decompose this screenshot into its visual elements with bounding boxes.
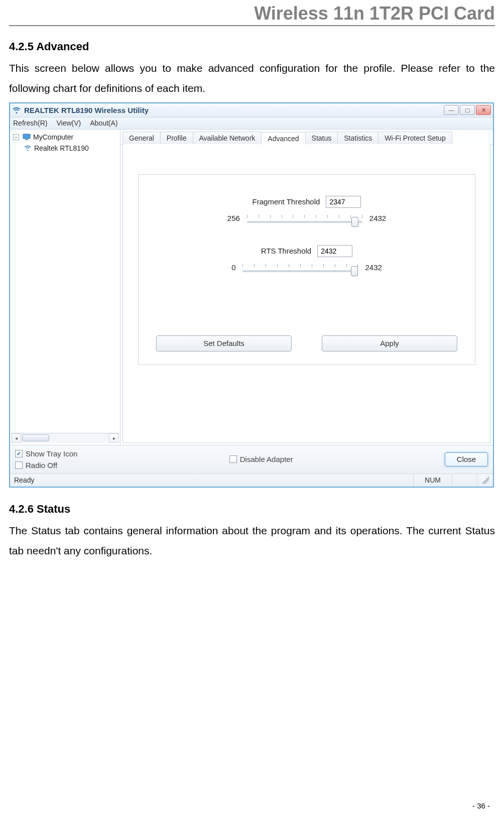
set-defaults-button[interactable]: Set Defaults [156, 335, 292, 352]
tab-strip: General Profile Available Network Advanc… [120, 130, 493, 145]
tree-child-label: Realtek RTL8190 [34, 144, 89, 152]
menu-view[interactable]: View(V) [56, 119, 81, 127]
fragment-max: 2432 [369, 214, 386, 222]
statusbar: Ready NUM [10, 474, 493, 487]
status-empty-cell [452, 474, 477, 487]
tab-status[interactable]: Status [305, 132, 338, 144]
rts-label: RTS Threshold [261, 247, 311, 255]
advanced-groupbox: Fragment Threshold 256 2432 RTS Thr [138, 174, 475, 365]
show-tray-label: Show Tray Icon [26, 449, 77, 458]
sidebar-scrollbar[interactable]: ◂ ▸ [11, 433, 119, 443]
tab-advanced[interactable]: Advanced [261, 132, 305, 145]
scroll-right-icon[interactable]: ▸ [109, 433, 119, 443]
tree-collapse-icon[interactable]: – [13, 134, 19, 140]
rts-input[interactable] [317, 245, 352, 257]
window-title: REALTEK RTL8190 Wireless Utility [24, 106, 444, 114]
close-window-button[interactable]: ✕ [476, 105, 491, 115]
fragment-slider-thumb[interactable] [351, 217, 358, 227]
section-426-heading: 4.2.6 Status [9, 503, 495, 516]
fragment-slider[interactable] [247, 212, 362, 225]
scroll-left-icon[interactable]: ◂ [11, 433, 21, 443]
rts-slider-thumb[interactable] [351, 266, 358, 276]
rts-slider-row: 0 2432 [139, 261, 475, 274]
tab-statistics[interactable]: Statistics [337, 132, 379, 144]
section-425-body: This screen below allows you to make adv… [9, 58, 495, 98]
section-426-body: The Status tab contains general informat… [9, 521, 495, 561]
scroll-thumb[interactable] [22, 434, 49, 441]
radio-off-label: Radio Off [26, 461, 57, 470]
show-tray-checkbox[interactable]: ✔ Show Tray Icon [15, 449, 77, 458]
advanced-panel: Fragment Threshold 256 2432 RTS Thr [122, 144, 491, 443]
tab-wps[interactable]: Wi-Fi Protect Setup [378, 132, 452, 144]
wireless-icon [12, 105, 21, 114]
window-buttons: — ▢ ✕ [444, 105, 491, 115]
device-tree: – MyComputer Realtek RTL8190 [11, 132, 119, 433]
tab-profile[interactable]: Profile [160, 132, 193, 144]
status-ready: Ready [14, 476, 34, 484]
tab-general[interactable]: General [122, 132, 161, 144]
app-window: REALTEK RTL8190 Wireless Utility — ▢ ✕ R… [9, 102, 494, 488]
disable-adapter-label: Disable Adapter [240, 455, 293, 463]
tree-root-row[interactable]: – MyComputer [11, 132, 119, 143]
main-area: – MyComputer Realtek RTL8190 ◂ [10, 130, 493, 445]
apply-button[interactable]: Apply [322, 335, 457, 352]
radio-off-checkbox[interactable]: Radio Off [15, 461, 77, 470]
tree-child-row[interactable]: Realtek RTL8190 [11, 143, 119, 154]
document-header: Wireless 11n 1T2R PCI Card [9, 0, 495, 26]
menubar: Refresh(R) View(V) About(A) [10, 118, 493, 130]
sidebar: – MyComputer Realtek RTL8190 ◂ [10, 130, 120, 445]
content-area: General Profile Available Network Advanc… [120, 130, 493, 445]
maximize-button[interactable]: ▢ [460, 105, 475, 115]
close-button[interactable]: Close [445, 452, 488, 466]
fragment-label: Fragment Threshold [253, 197, 320, 206]
tab-available-network[interactable]: Available Network [193, 132, 262, 144]
section-425-heading: 4.2.5 Advanced [9, 40, 495, 53]
rts-min: 0 [231, 263, 235, 272]
resize-grip-icon[interactable] [477, 474, 489, 487]
fragment-row: Fragment Threshold [139, 196, 475, 208]
rts-max: 2432 [365, 263, 382, 272]
svg-rect-1 [25, 139, 28, 140]
bottom-bar: ✔ Show Tray Icon Radio Off Disable Adapt… [10, 445, 493, 474]
minimize-button[interactable]: — [444, 105, 459, 115]
scroll-track[interactable] [21, 433, 109, 443]
rts-row: RTS Threshold [139, 245, 475, 257]
svg-rect-0 [23, 134, 30, 139]
checkbox-unchecked-icon [229, 455, 237, 463]
rts-slider[interactable] [242, 261, 358, 274]
advanced-buttons: Set Defaults Apply [139, 335, 475, 352]
adapter-icon [23, 144, 32, 153]
page-number: - 36 - [472, 801, 490, 810]
menu-refresh[interactable]: Refresh(R) [13, 119, 47, 127]
computer-icon [22, 133, 31, 142]
checkbox-unchecked-icon [15, 461, 23, 469]
disable-adapter-checkbox[interactable]: Disable Adapter [229, 455, 293, 463]
tree-root-label: MyComputer [33, 133, 73, 141]
status-num: NUM [413, 474, 452, 487]
fragment-slider-row: 256 2432 [139, 212, 475, 225]
menu-about[interactable]: About(A) [90, 119, 117, 127]
checkbox-checked-icon: ✔ [15, 450, 23, 457]
titlebar: REALTEK RTL8190 Wireless Utility — ▢ ✕ [10, 103, 493, 118]
fragment-input[interactable] [326, 196, 361, 208]
fragment-min: 256 [227, 214, 240, 222]
